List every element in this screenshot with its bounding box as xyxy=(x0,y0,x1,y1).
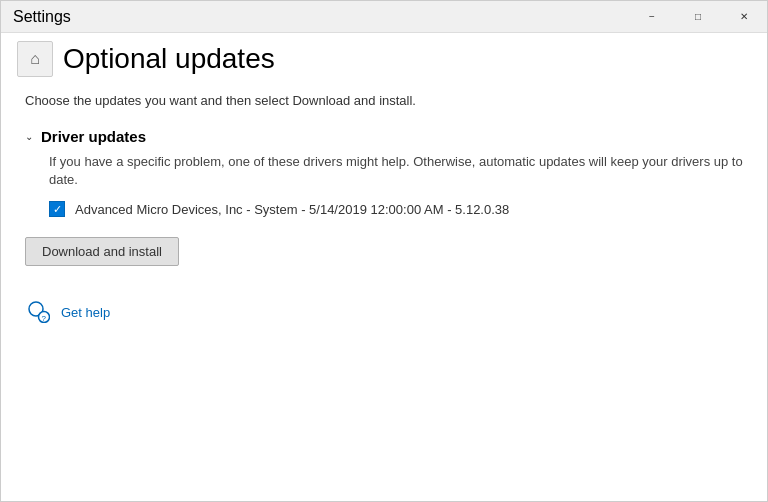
close-button[interactable]: ✕ xyxy=(721,1,767,33)
section-description: If you have a specific problem, one of t… xyxy=(49,153,743,189)
svg-text:?: ? xyxy=(42,314,47,323)
chevron-down-icon: ⌄ xyxy=(25,131,33,142)
title-bar-controls: − □ ✕ xyxy=(629,1,767,33)
update-label: Advanced Micro Devices, Inc - System - 5… xyxy=(75,202,509,217)
help-icon: ? xyxy=(25,298,53,326)
driver-updates-section: ⌄ Driver updates If you have a specific … xyxy=(25,128,743,217)
title-bar-left: Settings xyxy=(13,8,71,26)
maximize-button[interactable]: □ xyxy=(675,1,721,33)
page-title: Optional updates xyxy=(63,43,275,75)
minimize-button[interactable]: − xyxy=(629,1,675,33)
download-install-button[interactable]: Download and install xyxy=(25,237,179,266)
home-icon: ⌂ xyxy=(30,50,40,68)
help-row: ? Get help xyxy=(25,298,743,326)
update-checkbox[interactable]: ✓ xyxy=(49,201,65,217)
instruction-text: Choose the updates you want and then sel… xyxy=(25,93,743,108)
update-item: ✓ Advanced Micro Devices, Inc - System -… xyxy=(49,201,743,217)
checkmark-icon: ✓ xyxy=(53,204,62,215)
section-title: Driver updates xyxy=(41,128,146,145)
top-nav: ⌂ Optional updates xyxy=(1,33,767,85)
title-bar: Settings − □ ✕ xyxy=(1,1,767,33)
title-bar-title: Settings xyxy=(13,8,71,26)
settings-window: Settings − □ ✕ ⌂ Optional updates Choose… xyxy=(0,0,768,502)
get-help-link[interactable]: Get help xyxy=(61,305,110,320)
section-header[interactable]: ⌄ Driver updates xyxy=(25,128,743,145)
home-button[interactable]: ⌂ xyxy=(17,41,53,77)
page-body: Choose the updates you want and then sel… xyxy=(1,85,767,501)
